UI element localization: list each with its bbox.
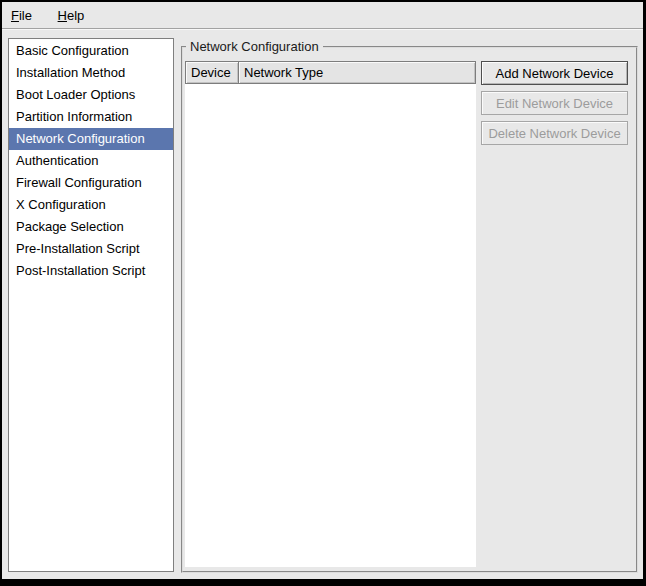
sidebar-item-network-configuration[interactable]: Network Configuration [9,128,173,150]
sidebar-item-pre-installation-script[interactable]: Pre-Installation Script [9,238,173,260]
sidebar-item-authentication[interactable]: Authentication [9,150,173,172]
sidebar-item-post-installation-script[interactable]: Post-Installation Script [9,260,173,282]
add-network-device-button[interactable]: Add Network Device [481,61,628,85]
column-header-network-type[interactable]: Network Type [238,61,476,84]
menubar: File Help [2,2,643,29]
table-body-empty[interactable] [185,84,476,567]
network-device-table: Device Network Type [185,61,476,567]
frame-label: Network Configuration [186,39,323,54]
sidebar-category-list[interactable]: Basic ConfigurationInstallation MethodBo… [8,38,174,572]
sidebar-item-x-configuration[interactable]: X Configuration [9,194,173,216]
sidebar-item-boot-loader-options[interactable]: Boot Loader Options [9,84,173,106]
sidebar-item-partition-information[interactable]: Partition Information [9,106,173,128]
menu-help[interactable]: Help [51,2,92,29]
edit-network-device-button[interactable]: Edit Network Device [481,91,628,115]
table-header-row: Device Network Type [185,61,476,84]
sidebar-item-package-selection[interactable]: Package Selection [9,216,173,238]
column-header-device[interactable]: Device [185,61,239,84]
sidebar-item-firewall-configuration[interactable]: Firewall Configuration [9,172,173,194]
menu-file[interactable]: File [4,2,39,29]
app-window: File Help Basic ConfigurationInstallatio… [0,0,646,586]
sidebar-item-basic-configuration[interactable]: Basic Configuration [9,40,173,62]
window-client-area: File Help Basic ConfigurationInstallatio… [2,2,643,579]
sidebar-item-installation-method[interactable]: Installation Method [9,62,173,84]
delete-network-device-button[interactable]: Delete Network Device [481,121,628,145]
